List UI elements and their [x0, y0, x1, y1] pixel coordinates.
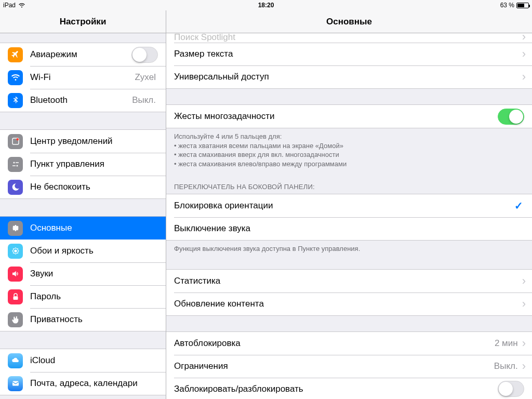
chevron-right-icon: › — [522, 71, 526, 83]
svg-point-7 — [14, 249, 17, 252]
airplane-icon — [8, 47, 23, 62]
row-multitask-gestures[interactable]: Жесты многозадачности — [166, 105, 532, 128]
bluetooth-icon — [8, 93, 23, 108]
row-text-size[interactable]: Размер текста › — [166, 43, 532, 65]
sidebar-item-dnd[interactable]: Не беспокоить — [0, 176, 166, 198]
wifi-settings-icon — [8, 70, 23, 85]
sidebar-item-control-center[interactable]: Пункт управления — [0, 153, 166, 176]
row-label: Поиск Spotlight — [174, 33, 522, 43]
sidebar-item-mail[interactable]: Почта, адреса, календари — [0, 372, 166, 395]
hand-icon — [8, 312, 23, 327]
sidebar-item-general[interactable]: Основные — [0, 217, 166, 240]
chevron-right-icon: › — [522, 275, 526, 287]
sidebar-item-label: Не беспокоить — [30, 182, 158, 192]
sidebar-item-sounds[interactable]: Звуки — [0, 262, 166, 285]
sidebar-item-label: Приватность — [30, 314, 158, 325]
row-label: Выключение звука — [174, 223, 524, 234]
sidebar-item-wallpaper[interactable]: Обои и яркость — [0, 240, 166, 262]
row-accessibility[interactable]: Универсальный доступ › — [166, 65, 532, 88]
dnd-icon — [8, 180, 23, 195]
sidebar-item-icloud[interactable]: iCloud — [0, 349, 166, 372]
sidebar-item-label: Пункт управления — [30, 159, 158, 169]
chevron-right-icon: › — [522, 361, 526, 372]
row-label: Автоблокировка — [174, 338, 495, 349]
row-label: Обновление контента — [174, 299, 522, 309]
sidebar-item-notifications[interactable]: Центр уведомлений — [0, 130, 166, 153]
battery-icon — [516, 3, 529, 8]
control-center-icon — [8, 157, 23, 172]
row-lock-orientation[interactable]: Блокировка ориентации ✓ — [166, 194, 532, 217]
svg-rect-5 — [12, 165, 16, 166]
row-label: Заблокировать/разблокировать — [174, 384, 498, 394]
clock: 18:20 — [258, 2, 274, 9]
sidebar-item-passcode[interactable]: Пароль — [0, 285, 166, 308]
svg-point-2 — [13, 162, 15, 164]
checkmark-icon: ✓ — [514, 200, 523, 212]
sidebar-item-privacy[interactable]: Приватность — [0, 308, 166, 331]
row-label: Ограничения — [174, 361, 494, 371]
row-label: Статистика — [174, 276, 522, 286]
row-spotlight-cut[interactable]: Поиск Spotlight › — [166, 33, 532, 43]
battery-percent: 63 % — [500, 2, 514, 9]
row-restrictions[interactable]: Ограничения Выкл. › — [166, 355, 532, 378]
wifi-value: Zyxel — [135, 72, 156, 83]
row-label: Жесты многозадачности — [174, 111, 498, 122]
sidebar-item-label: Основные — [30, 223, 158, 233]
nav-bar: Настройки Основные — [0, 10, 532, 33]
chevron-right-icon: › — [522, 298, 526, 310]
restrictions-value: Выкл. — [494, 361, 518, 371]
detail-pane[interactable]: Поиск Spotlight › Размер текста › Универ… — [166, 33, 532, 399]
svg-rect-9 — [12, 381, 19, 386]
bluetooth-value: Выкл. — [132, 95, 156, 105]
autolock-value: 2 мин — [495, 338, 518, 349]
sidebar-item-label: Авиарежим — [30, 49, 131, 60]
row-label: Размер текста — [174, 49, 522, 59]
lock-icon — [8, 289, 23, 304]
speaker-icon — [8, 267, 23, 282]
svg-rect-8 — [13, 296, 18, 300]
mail-icon — [8, 376, 23, 391]
sidebar-item-label: Почта, адреса, календари — [30, 378, 158, 389]
device-label: iPad — [3, 2, 16, 9]
cloud-icon — [8, 353, 23, 368]
lock-unlock-toggle[interactable] — [498, 381, 524, 397]
chevron-right-icon: › — [522, 338, 526, 349]
sidebar-item-label: Wi-Fi — [30, 72, 135, 83]
sidebar-item-label: Обои и яркость — [30, 246, 158, 256]
row-lock-unlock[interactable]: Заблокировать/разблокировать — [166, 378, 532, 399]
side-switch-header: ПЕРЕКЛЮЧАТЕЛЬ НА БОКОВОЙ ПАНЕЛИ: — [166, 180, 532, 194]
sidebar-item-wifi[interactable]: Wi-Fi Zyxel — [0, 66, 166, 89]
sidebar-item-label: Центр уведомлений — [30, 136, 158, 147]
sidebar-item-label: iCloud — [30, 355, 158, 366]
svg-point-1 — [16, 138, 19, 141]
sidebar-title: Настройки — [0, 10, 166, 33]
detail-title: Основные — [166, 10, 532, 33]
side-switch-footer: Функция выключения звука доступна в Пунк… — [166, 241, 532, 254]
airplane-toggle[interactable] — [131, 47, 158, 63]
chevron-right-icon: › — [522, 48, 526, 60]
row-background-refresh[interactable]: Обновление контента › — [166, 292, 532, 315]
sidebar-item-airplane[interactable]: Авиарежим — [0, 43, 166, 66]
chevron-right-icon: › — [522, 33, 526, 43]
row-usage[interactable]: Статистика › — [166, 270, 532, 292]
sidebar-item-label: Пароль — [30, 291, 158, 302]
wifi-icon — [18, 3, 25, 8]
row-label: Блокировка ориентации — [174, 201, 514, 211]
row-mute[interactable]: Выключение звука — [166, 217, 532, 240]
status-bar: iPad 18:20 63 % — [0, 0, 532, 10]
svg-point-4 — [16, 165, 18, 167]
notifications-icon — [8, 134, 23, 149]
multitask-toggle[interactable] — [498, 109, 524, 125]
row-autolock[interactable]: Автоблокировка 2 мин › — [166, 332, 532, 355]
sidebar-item-bluetooth[interactable]: Bluetooth Выкл. — [0, 89, 166, 112]
settings-sidebar[interactable]: Авиарежим Wi-Fi Zyxel Bluetooth Выкл. — [0, 33, 166, 399]
row-label: Универсальный доступ — [174, 72, 522, 82]
multitask-footer: Используйте 4 или 5 пальцев для: • жеста… — [166, 128, 532, 168]
sidebar-item-label: Звуки — [30, 269, 158, 279]
svg-rect-3 — [16, 162, 19, 163]
sidebar-item-label: Bluetooth — [30, 95, 132, 105]
gear-icon — [8, 221, 23, 236]
wallpaper-icon — [8, 244, 23, 259]
